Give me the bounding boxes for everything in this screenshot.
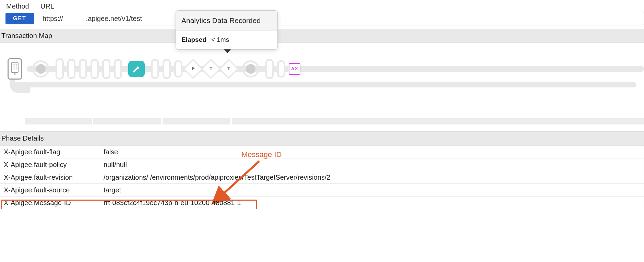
phase-key: X-Apigee.fault-source <box>0 184 100 196</box>
phase-segment[interactable] <box>232 118 644 124</box>
svg-point-7 <box>13 69 14 70</box>
analytics-step[interactable]: AX <box>289 63 300 75</box>
tooltip-caret-icon <box>224 49 231 53</box>
svg-rect-0 <box>11 63 18 72</box>
phase-details-table: X-Apigee.fault-flag false X-Apigee.fault… <box>0 145 644 209</box>
transaction-map: F T T AX <box>0 43 644 109</box>
client-device-icon[interactable] <box>8 58 22 80</box>
tooltip-elapsed-value: < 1ms <box>211 35 229 45</box>
phase-key: X-Apigee.fault-policy <box>0 158 100 171</box>
url-label: URL <box>40 1 54 11</box>
flow-step[interactable] <box>277 60 285 78</box>
method-button[interactable]: GET <box>5 13 34 24</box>
url-input[interactable] <box>39 12 644 25</box>
condition-step[interactable]: T <box>201 59 221 79</box>
svg-point-1 <box>13 64 14 66</box>
phase-segment[interactable] <box>25 118 92 124</box>
phase-key: X-Apigee.fault-flag <box>0 146 100 158</box>
condition-step[interactable]: F <box>183 59 203 79</box>
svg-point-6 <box>16 67 17 68</box>
flow-step[interactable] <box>56 58 64 80</box>
phase-segment[interactable] <box>93 118 161 124</box>
tooltip-elapsed-label: Elapsed <box>181 35 206 45</box>
phase-segments <box>0 118 644 124</box>
phase-value: rrt-083cf2c4f19ec743b-b-eu-10200-480881-… <box>100 196 644 209</box>
phase-value: null/null <box>100 158 644 171</box>
phase-segment[interactable] <box>163 118 230 124</box>
phase-key: X-Apigee.Message-ID <box>0 196 100 209</box>
analytics-tooltip: Analytics Data Recorded Elapsed < 1ms <box>176 10 278 50</box>
section-transaction-map: Transaction Map <box>0 29 644 43</box>
method-label: Method <box>6 1 33 11</box>
phase-key: X-Apigee.fault-revision <box>0 171 100 184</box>
annotation-label: Message ID <box>241 150 282 160</box>
flow-step[interactable] <box>67 59 75 79</box>
table-row-message-id: X-Apigee.Message-ID rrt-083cf2c4f19ec743… <box>0 196 644 209</box>
phase-value: /organizations/ /environments/prod/apipr… <box>100 171 644 184</box>
flow-step-dot[interactable] <box>242 60 259 78</box>
flow-step[interactable] <box>91 59 99 79</box>
flow-step[interactable] <box>102 59 110 79</box>
table-row: X-Apigee.fault-revision /organizations/ … <box>0 171 644 184</box>
table-row: X-Apigee.fault-policy null/null <box>0 158 644 171</box>
svg-point-5 <box>14 67 15 68</box>
flow-step[interactable] <box>114 59 122 79</box>
svg-point-10 <box>14 73 16 75</box>
flow-step[interactable] <box>79 59 87 79</box>
table-row: X-Apigee.fault-flag false <box>0 146 644 158</box>
svg-point-4 <box>13 67 14 68</box>
svg-point-9 <box>16 69 17 70</box>
svg-point-3 <box>16 64 17 66</box>
tooltip-title: Analytics Data Recorded <box>176 11 277 31</box>
svg-point-2 <box>14 64 15 66</box>
flow-step[interactable] <box>163 59 171 79</box>
section-phase-details: Phase Details <box>0 131 644 145</box>
flow-step[interactable] <box>174 60 182 78</box>
flow-step[interactable] <box>151 59 159 79</box>
phase-value: false <box>100 146 644 158</box>
policy-assign-message[interactable] <box>128 61 145 77</box>
table-row: X-Apigee.fault-source target <box>0 184 644 196</box>
condition-step[interactable]: T <box>218 59 239 79</box>
phase-value: target <box>100 184 644 196</box>
flow-step-dot[interactable] <box>32 60 49 78</box>
svg-point-8 <box>14 69 15 70</box>
flow-step[interactable] <box>265 59 274 79</box>
